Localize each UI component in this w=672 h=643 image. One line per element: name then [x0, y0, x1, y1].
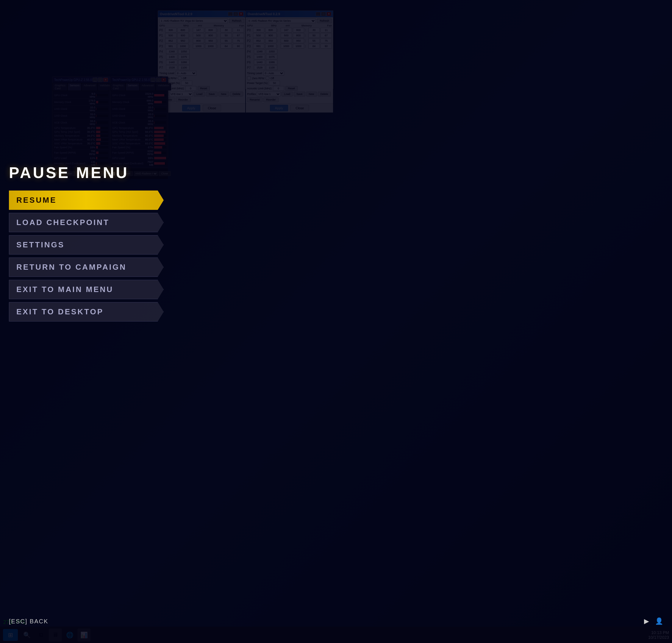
menu-item-campaign-text: RETURN TO CAMPAIGN: [9, 263, 126, 272]
pause-title: PAUSE MENU: [9, 164, 164, 182]
menu-item-return-campaign[interactable]: RETURN TO CAMPAIGN: [9, 257, 164, 277]
game-overlay: [0, 0, 672, 643]
menu-item-load-text: LOAD CHECKPOINT: [9, 218, 110, 227]
menu-item-exit-main-text: EXIT TO MAIN MENU: [9, 285, 113, 294]
back-hint[interactable]: [ESC] BACK: [9, 618, 48, 625]
menu-item-resume[interactable]: RESUME: [9, 191, 164, 210]
play-icon[interactable]: ▶: [644, 617, 649, 625]
menu-item-exit-main-menu[interactable]: EXIT TO MAIN MENU: [9, 280, 164, 299]
bottom-right-icons: ▶ 👤: [644, 617, 663, 625]
bottom-bar: [ESC] BACK ▶ 👤: [0, 617, 672, 625]
pause-menu-container: PAUSE MENU RESUME LOAD CHECKPOINT SETTIN…: [9, 164, 164, 322]
menu-items-list: RESUME LOAD CHECKPOINT SETTINGS RETURN T…: [9, 191, 164, 322]
menu-item-load-checkpoint[interactable]: LOAD CHECKPOINT: [9, 213, 164, 232]
menu-item-settings-text: SETTINGS: [9, 240, 64, 250]
menu-item-exit-desktop[interactable]: EXIT TO DESKTOP: [9, 302, 164, 322]
menu-item-settings[interactable]: SETTINGS: [9, 235, 164, 255]
menu-item-resume-text: RESUME: [9, 196, 57, 205]
menu-item-exit-desktop-text: EXIT TO DESKTOP: [9, 307, 103, 316]
profile-icon[interactable]: 👤: [655, 617, 663, 625]
